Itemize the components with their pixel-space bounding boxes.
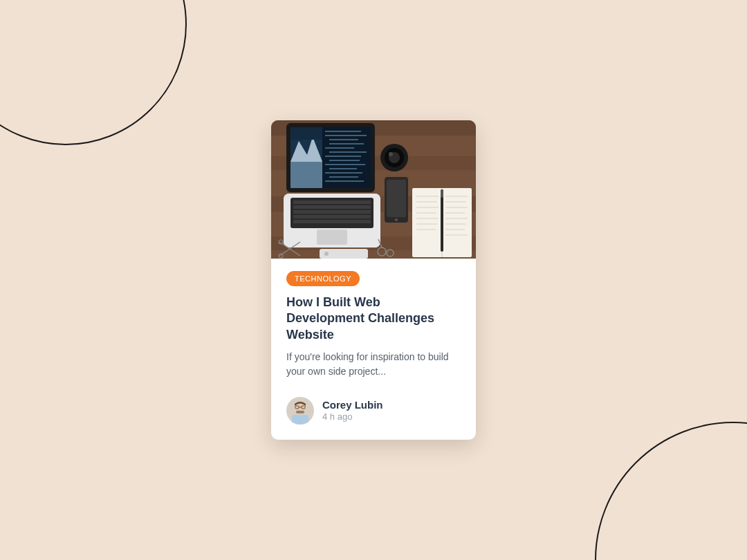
category-tag[interactable]: TECHNOLOGY: [286, 271, 360, 286]
svg-point-40: [395, 218, 398, 221]
article-description: If you're looking for inspiration to bui…: [286, 350, 461, 379]
author-avatar: [286, 397, 314, 424]
svg-point-37: [389, 152, 393, 156]
article-title: How I Built Web Development Challenges W…: [286, 295, 461, 343]
svg-rect-72: [292, 415, 308, 424]
article-hero-image: [271, 120, 476, 259]
decorative-circle-bottom-right: [595, 422, 747, 560]
svg-rect-12: [293, 215, 371, 218]
svg-rect-14: [317, 230, 347, 245]
svg-rect-71: [296, 411, 304, 413]
svg-rect-11: [293, 210, 371, 214]
author-block[interactable]: Corey Lubin 4 h ago: [286, 397, 461, 424]
decorative-circle-top-left: [0, 0, 187, 145]
svg-rect-9: [293, 200, 371, 204]
svg-rect-13: [293, 220, 371, 223]
publish-time: 4 h ago: [322, 411, 383, 423]
svg-rect-59: [441, 189, 443, 198]
author-name: Corey Lubin: [322, 398, 383, 412]
svg-point-61: [324, 252, 329, 256]
svg-rect-10: [293, 205, 371, 209]
article-card[interactable]: TECHNOLOGY How I Built Web Development C…: [271, 120, 476, 440]
svg-rect-39: [387, 180, 406, 217]
card-body: TECHNOLOGY How I Built Web Development C…: [271, 259, 476, 440]
svg-rect-20: [290, 127, 322, 140]
svg-rect-58: [441, 189, 443, 252]
